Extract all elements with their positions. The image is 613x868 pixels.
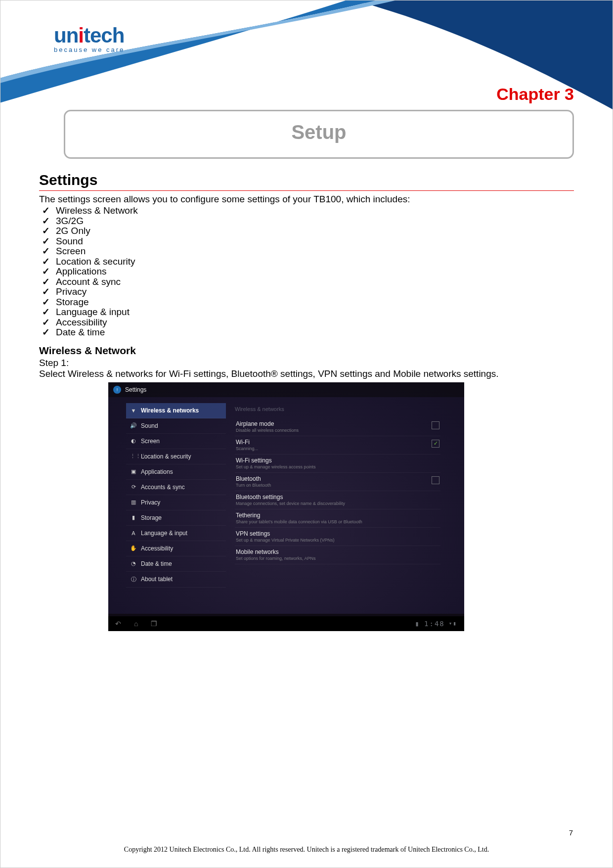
- sidebar-icon: ▥: [130, 499, 137, 505]
- detail-row[interactable]: TetheringShare your tablet's mobile data…: [235, 509, 440, 528]
- detail-subtitle: Set up & manage Virtual Private Networks…: [236, 538, 334, 543]
- sidebar-item[interactable]: ▼Wireless & networks: [126, 403, 226, 418]
- detail-row[interactable]: Mobile networksSet options for roaming, …: [235, 546, 440, 564]
- system-bar: ↶ ⌂ ❐ ▮ 1:48 ▾▮: [108, 616, 464, 631]
- checklist-item: Wireless & Network: [42, 206, 574, 216]
- detail-title: Wi-Fi: [236, 439, 258, 446]
- checkbox[interactable]: ✓: [432, 440, 439, 448]
- settings-detail-list: Airplane modeDisable all wireless connec…: [235, 418, 440, 564]
- detail-title: Tethering: [236, 512, 362, 519]
- sidebar-item[interactable]: ▣Applications: [126, 464, 226, 480]
- checklist-item: Sound: [42, 236, 574, 247]
- sidebar-icon: ⟳: [130, 484, 137, 490]
- sidebar-item[interactable]: 🔊Sound: [126, 418, 226, 434]
- detail-title: Wi-Fi settings: [236, 457, 316, 464]
- page-number: 7: [569, 828, 573, 837]
- detail-subtitle: Manage connections, set device name & di…: [236, 501, 345, 506]
- detail-title: Bluetooth settings: [236, 494, 345, 501]
- sidebar-label: Accessibility: [141, 545, 173, 552]
- detail-row[interactable]: Wi-FiScanning...✓: [235, 436, 440, 455]
- detail-row[interactable]: Airplane modeDisable all wireless connec…: [235, 418, 440, 436]
- copyright: Copyright 2012 Unitech Electronics Co., …: [0, 846, 613, 854]
- checklist-item: Storage: [42, 297, 574, 308]
- detail-title: VPN settings: [236, 530, 334, 537]
- sidebar-label: Accounts & sync: [141, 484, 185, 491]
- sidebar-icon: ▼: [130, 408, 137, 413]
- detail-subtitle: Turn on Bluetooth: [236, 483, 271, 488]
- detail-row[interactable]: Wi-Fi settingsSet up & manage wireless a…: [235, 455, 440, 473]
- sidebar-item[interactable]: ◐Screen: [126, 434, 226, 449]
- checklist-item: Date & time: [42, 327, 574, 338]
- detail-row[interactable]: VPN settingsSet up & manage Virtual Priv…: [235, 528, 440, 546]
- sidebar-label: Screen: [141, 438, 160, 445]
- wifi-status-icon: ▾▮: [449, 620, 457, 627]
- sidebar-icon: ⓘ: [130, 576, 137, 583]
- checklist-item: Applications: [42, 267, 574, 277]
- sidebar-icon: A: [130, 530, 137, 536]
- settings-checklist: Wireless & Network3G/2G2G OnlySoundScree…: [39, 206, 574, 338]
- sidebar-icon: ◔: [130, 560, 137, 567]
- section-heading: Settings: [39, 172, 574, 188]
- sidebar-icon: ✋: [130, 545, 137, 551]
- detail-title: Bluetooth: [236, 475, 271, 482]
- detail-title: Airplane mode: [236, 420, 299, 427]
- sidebar-icon: ▮: [130, 514, 137, 521]
- pane-title: Wireless & networks: [235, 406, 440, 412]
- sidebar-item[interactable]: ▥Privacy: [126, 495, 226, 510]
- sidebar-item[interactable]: ⓘAbout tablet: [126, 572, 226, 588]
- step-text: Select Wireless & networks for Wi-Fi set…: [39, 368, 574, 379]
- home-nav-icon[interactable]: ⌂: [134, 620, 138, 628]
- android-settings-screenshot: ↑ Settings ▼Wireless & networks🔊Sound◐Sc…: [108, 382, 464, 631]
- sidebar-item[interactable]: ✋Accessibility: [126, 541, 226, 556]
- detail-row[interactable]: Bluetooth settingsManage connections, se…: [235, 491, 440, 509]
- sidebar-icon: ▣: [130, 468, 137, 475]
- sidebar-item[interactable]: ▮Storage: [126, 510, 226, 526]
- checkbox[interactable]: [432, 476, 439, 484]
- checklist-item: Privacy: [42, 287, 574, 297]
- sidebar-label: Location & security: [141, 453, 191, 460]
- checklist-item: Location & security: [42, 257, 574, 267]
- checklist-item: 3G/2G: [42, 216, 574, 227]
- checklist-item: Accessibility: [42, 318, 574, 328]
- logo: unitech because we care: [54, 26, 125, 53]
- sidebar-icon: ◐: [130, 438, 137, 444]
- section-rule: [39, 190, 574, 191]
- sidebar-item[interactable]: ◔Date & time: [126, 556, 226, 572]
- sidebar-label: Date & time: [141, 560, 172, 567]
- sidebar-item[interactable]: ALanguage & input: [126, 526, 226, 541]
- back-nav-icon[interactable]: ↶: [115, 620, 121, 628]
- detail-row[interactable]: BluetoothTurn on Bluetooth: [235, 473, 440, 491]
- checkbox[interactable]: [432, 421, 439, 429]
- sidebar-label: Wireless & networks: [141, 407, 199, 414]
- sidebar-label: Storage: [141, 514, 162, 521]
- checklist-item: Screen: [42, 246, 574, 257]
- status-icon: ▮: [415, 620, 420, 628]
- checklist-item: 2G Only: [42, 226, 574, 236]
- back-icon[interactable]: ↑: [113, 386, 121, 394]
- clock: 1:48: [424, 620, 445, 628]
- setup-title-box: Setup: [64, 110, 574, 159]
- sidebar-icon: ⋮⋮⋮: [130, 453, 137, 459]
- detail-subtitle: Set options for roaming, networks, APNs: [236, 556, 316, 561]
- screenshot-title: Settings: [125, 386, 146, 393]
- checklist-item: Account & sync: [42, 277, 574, 287]
- sidebar-item[interactable]: ⟳Accounts & sync: [126, 480, 226, 495]
- sidebar-label: Privacy: [141, 499, 160, 506]
- detail-subtitle: Set up & manage wireless access points: [236, 464, 316, 469]
- setup-title: Setup: [65, 121, 572, 143]
- chapter-label: Chapter 3: [39, 85, 574, 104]
- sidebar-item[interactable]: ⋮⋮⋮Location & security: [126, 449, 226, 464]
- detail-subtitle: Share your tablet's mobile data connecti…: [236, 519, 362, 524]
- sidebar-label: Sound: [141, 422, 158, 429]
- sidebar-label: About tablet: [141, 576, 173, 583]
- sidebar-label: Language & input: [141, 530, 187, 537]
- detail-subtitle: Disable all wireless connections: [236, 428, 299, 433]
- step-label: Step 1:: [39, 358, 574, 368]
- sidebar-icon: 🔊: [130, 422, 137, 429]
- intro-text: The settings screen allows you to config…: [39, 194, 574, 205]
- settings-sidebar: ▼Wireless & networks🔊Sound◐Screen⋮⋮⋮Loca…: [126, 399, 226, 614]
- logo-tagline: because we care: [54, 46, 125, 53]
- detail-subtitle: Scanning...: [236, 446, 258, 451]
- sidebar-label: Applications: [141, 468, 173, 475]
- recent-nav-icon[interactable]: ❐: [151, 620, 157, 628]
